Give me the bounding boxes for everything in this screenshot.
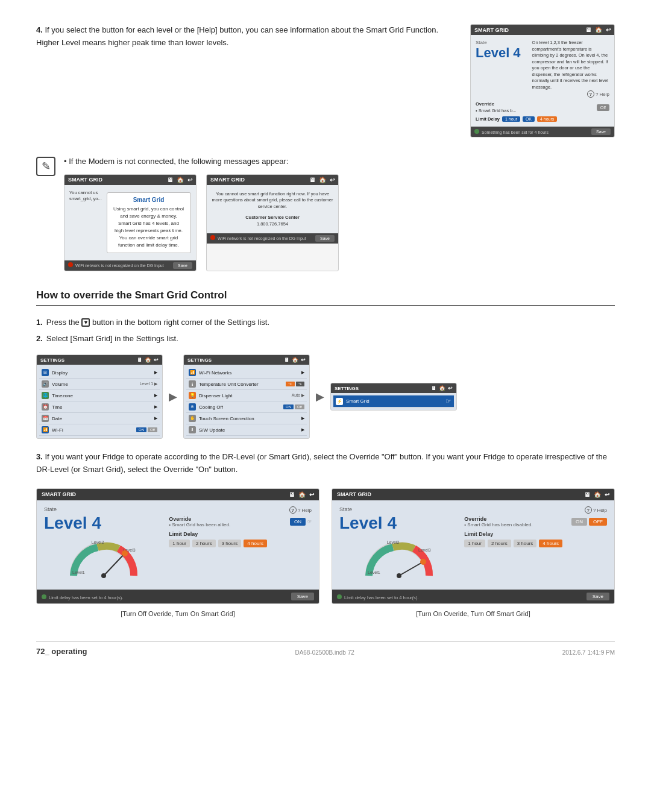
sp2-title: SETTINGS — [187, 357, 212, 363]
off-btn-right[interactable]: OFF — [589, 518, 607, 526]
override-label-right: Override — [464, 516, 532, 522]
lsg-right-footer-text: Limit delay has been set to 4 hour(s). — [344, 595, 418, 600]
nm2-monitor-icon: 🖥 — [309, 177, 315, 183]
sg-state-label: State — [476, 40, 527, 45]
delay-ok[interactable]: OK — [523, 116, 535, 122]
temp-toggle[interactable]: °C °F — [286, 382, 304, 386]
gauge-right: Level1 Level2 Level3 — [363, 537, 435, 579]
note-bullet: • If the Modem is not connected, the fol… — [64, 156, 615, 168]
settings-item-smartgrid[interactable]: ⚡ Smart Grid ☞ — [333, 395, 454, 408]
delay-3h-right[interactable]: 3 hours — [514, 540, 537, 547]
touch-arrow: ▶ — [301, 416, 304, 421]
settings-panel1-body: ⊞ Display ▶ 🔊 Volume Level 1 ▶ 🌐 Timezon… — [37, 365, 162, 438]
arrow-right-2: ▶ — [316, 390, 324, 403]
limit-delay-row-right: 1 hour 2 hours 3 hours 4 hours — [464, 540, 607, 547]
on-btn-right[interactable]: ON — [571, 518, 587, 526]
nm1-footer: WiFi network is not recognized on the DG… — [64, 260, 196, 271]
step3-text: 3. If you want your Fridge to operate ac… — [36, 451, 615, 476]
settings-item-volume[interactable]: 🔊 Volume Level 1 ▶ — [39, 379, 160, 390]
note-icon: ✎ — [36, 157, 55, 176]
large-sg-left: SMART GRID 🖥 🏠 ↩ State Level 4 — [36, 488, 319, 604]
nm1-center: Smart Grid Using smart grid, you can con… — [107, 192, 191, 253]
lsg-right-save[interactable]: Save — [587, 593, 609, 600]
wifi-on[interactable]: ON — [136, 427, 146, 432]
nm2-save[interactable]: Save — [315, 235, 335, 242]
on-btn-left[interactable]: ON — [290, 518, 306, 526]
delay-4h-left[interactable]: 4 hours — [244, 540, 267, 547]
settings-item-cooling[interactable]: ❄ Cooling Off ON Off — [186, 401, 307, 413]
delay-1h-right[interactable]: 1 hour — [464, 540, 485, 547]
temp-on[interactable]: °C — [286, 382, 295, 386]
no-modem-screenshots: SMART GRID 🖥 🏠 ↩ You cannot us smart_gri… — [64, 174, 615, 271]
delay-2h-left[interactable]: 2 hours — [192, 540, 216, 547]
sg-main-body: State Level 4 On level 1,2,3 the freezer… — [471, 35, 614, 127]
wifi-toggle[interactable]: ON Off — [136, 427, 157, 432]
sp3-monitor-icon: 🖥 — [431, 385, 436, 391]
large-sg-right-body: State Level 4 Level1 Level2 Lev — [332, 500, 614, 590]
override-sub-right: • Smart Grid has been disabled. — [464, 522, 532, 527]
delay-2h-right[interactable]: 2 hours — [488, 540, 511, 547]
sg-main-screenshot: SMART GRID 🖥 🏠 ↩ State Level 4 On level … — [470, 24, 615, 137]
sp2-back-icon: ↩ — [301, 357, 306, 363]
lsg-right-state: State — [339, 506, 458, 512]
settings-item-wifi-networks[interactable]: 📶 Wi-Fi Networks ▶ — [186, 367, 307, 379]
numbered-steps: 1. Press the ▼ button in the bottom righ… — [36, 316, 615, 345]
delay-1h-left[interactable]: 1 hour — [169, 540, 190, 547]
nm1-footer-text: WiFi network is not recognized on the DG… — [75, 263, 164, 268]
nm2-footer-text: WiFi network is not recognized on the DG… — [218, 236, 306, 241]
settings-item-display[interactable]: ⊞ Display ▶ — [39, 367, 160, 379]
temp-icon: 🌡 — [189, 380, 196, 388]
sp2-monitor-icon: 🖥 — [284, 357, 289, 363]
delay-3h-left[interactable]: 3 hours — [218, 540, 242, 547]
sg-help[interactable]: ? ? Help — [532, 90, 609, 98]
lsg-left-save[interactable]: Save — [291, 593, 314, 600]
wifi-off[interactable]: Off — [148, 427, 157, 432]
finger-icon-left: ☞ — [307, 519, 312, 524]
settings-item-touch[interactable]: ✋ Touch Screen Connection ▶ — [186, 413, 307, 424]
cooling-toggle[interactable]: ON Off — [283, 404, 304, 409]
override-sub-left: • Smart Grid has been allied. — [169, 522, 230, 527]
limit-delay-label-right: Limit Delay — [464, 531, 607, 537]
nm1-save[interactable]: Save — [173, 262, 192, 269]
settings-item-temp[interactable]: 🌡 Temperature Unit Converter °C °F — [186, 379, 307, 390]
svg-text:Level1: Level1 — [72, 570, 85, 574]
sg-save-btn[interactable]: Save — [591, 128, 611, 135]
svg-point-4 — [101, 573, 106, 578]
large-sg-left-body: State Level 4 — [37, 500, 319, 590]
off-button[interactable]: Off — [597, 104, 609, 111]
cooling-on[interactable]: ON — [283, 404, 294, 409]
date-icon: 📅 — [42, 415, 49, 422]
nm2-msg: You cannot use smart grid function right… — [212, 191, 333, 210]
settings-item-wifi[interactable]: 📶 Wi-Fi ON Off — [39, 424, 160, 436]
lsg-left-help[interactable]: ? ? Help — [169, 506, 312, 514]
sg-level: Level 4 — [476, 46, 527, 60]
lsg-right-help[interactable]: ? ? Help — [464, 506, 607, 514]
note-block: ✎ • If the Modem is not connected, the f… — [36, 156, 615, 271]
step4-text: 4. If you select the button for each lev… — [36, 24, 452, 49]
sw-arrow: ▶ — [301, 427, 304, 432]
svg-text:Level1: Level1 — [368, 570, 380, 574]
nm1-back-icon: ↩ — [187, 177, 192, 183]
settings-item-date[interactable]: 📅 Date ▶ — [39, 413, 160, 424]
settings-item-time[interactable]: ⏰ Time ▶ — [39, 401, 160, 413]
cooling-off[interactable]: Off — [295, 404, 304, 409]
svg-point-11 — [420, 559, 426, 565]
caption-left: [Turn Off Overide, Turn On Smart Grid] — [36, 610, 319, 617]
touch-cursor: ☞ — [445, 397, 451, 405]
touch-icon: ✋ — [189, 415, 196, 422]
delay-4h-right[interactable]: 4 hours — [539, 540, 562, 547]
settings-item-dispenser[interactable]: 💡 Dispenser Light Auto ▶ — [186, 390, 307, 401]
step3-content: If you want your Fridge to operate accor… — [36, 452, 607, 474]
delay-1h[interactable]: 1 hour — [502, 116, 520, 122]
volume-icon: 🔊 — [42, 380, 49, 388]
settings-item-timezone[interactable]: 🌐 Timezone ▶ — [39, 390, 160, 401]
limit-delay-label-left: Limit Delay — [169, 531, 312, 537]
settings-item-sw[interactable]: ⬇ S/W Update ▶ — [186, 424, 307, 436]
dispenser-icon: 💡 — [189, 392, 196, 399]
step3-num: 3. — [36, 452, 43, 461]
gauge-container-left: Level1 Level2 Level3 — [44, 537, 163, 579]
temp-off[interactable]: °F — [296, 382, 304, 386]
nm2-service-label: Customer Service Center — [245, 215, 300, 221]
delay-4h[interactable]: 4 hours — [537, 116, 557, 122]
time-label: Time — [52, 404, 62, 410]
